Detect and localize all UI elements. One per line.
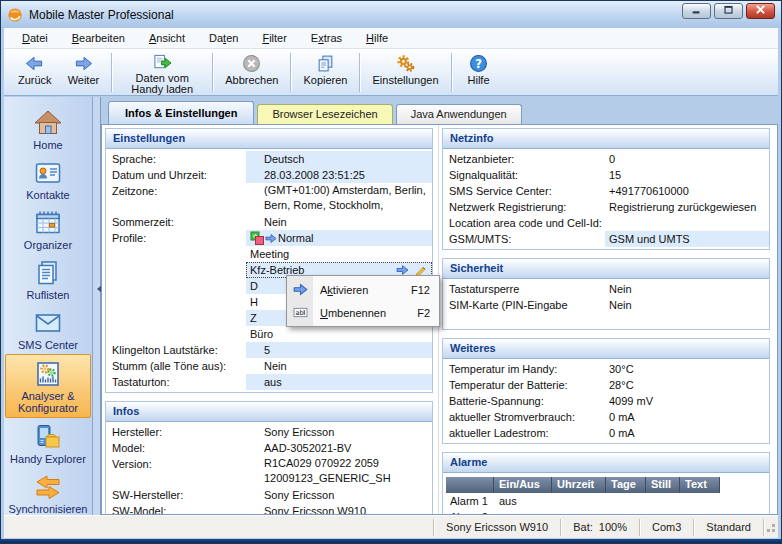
maximize-button[interactable] [714, 3, 743, 19]
alarm-ein-aus-value: aus [494, 511, 552, 514]
netzinfo-row: Netzanbieter:0 [443, 151, 769, 167]
field-value[interactable]: Normal [246, 230, 432, 246]
activate-arrow-icon [287, 283, 313, 296]
cancel-icon [242, 53, 261, 74]
field-value-text: Nein [609, 281, 632, 297]
toolbar-button-weiter[interactable]: Weiter [60, 51, 108, 94]
toolbar: ZurückWeiterDaten vom Handy ladenAbbrech… [4, 49, 778, 96]
toolbar-button-label: Weiter [68, 75, 100, 86]
panel-sicherheit: Sicherheit TastatursperreNeinSIM-Karte (… [442, 258, 770, 330]
toolbar-button-hilfe[interactable]: ?Hilfe [456, 51, 502, 94]
menu-item-bearbeiten[interactable]: Bearbeiten [60, 28, 137, 48]
sidebar-item-kontakte[interactable]: Kontakte [5, 154, 91, 204]
menu-item-label: earbeiten [79, 32, 125, 44]
field-value-text: 0 mA [609, 409, 635, 425]
sidebar-item-home[interactable]: Home [5, 104, 91, 154]
field-value: Sony Ericsson W910 [246, 503, 432, 514]
field-value[interactable]: Nein [246, 358, 432, 374]
tab-browser-lesezeichen[interactable]: Browser Lesezeichen [257, 104, 392, 124]
field-value-text: 28°C [609, 377, 634, 393]
menu-item-extras[interactable]: Extras [299, 28, 354, 48]
field-label [106, 278, 246, 294]
minimize-button[interactable] [682, 3, 711, 19]
help-icon: ? [469, 53, 488, 74]
field-value[interactable]: 5 [246, 342, 432, 358]
field-value-text: 4099 mV [609, 393, 653, 409]
field-label: Temperatur im Handy: [443, 361, 605, 377]
alarm-row: Alarm 2aus [446, 509, 766, 514]
alarm-col-text[interactable]: Text [680, 477, 720, 493]
alarm-name: Alarm 2 [446, 511, 494, 514]
menu-item-filter[interactable]: Filter [250, 28, 298, 48]
toolbar-button-einstellungen[interactable]: Einstellungen [364, 51, 446, 94]
field-value[interactable]: Büro [246, 326, 432, 342]
toolbar-button-abbrechen[interactable]: Abbrechen [217, 51, 286, 94]
field-value[interactable]: Deutsch [246, 151, 432, 167]
settings-row: Tastaturton:aus [106, 374, 432, 390]
toolbar-button-daten-vom-handy-laden[interactable]: Daten vom Handy laden [116, 51, 208, 94]
field-value: +491770610000 [605, 183, 769, 199]
sidebar-splitter[interactable] [93, 97, 101, 515]
sidebar-item-ruflisten[interactable]: Ruflisten [5, 254, 91, 304]
alarm-col-ein-aus[interactable]: Ein/Aus [494, 477, 552, 493]
toolbar-button-label: Zurück [18, 75, 52, 86]
field-value: Sony Ericsson [246, 487, 432, 503]
menu-item-datei[interactable]: Datei [10, 28, 60, 48]
sidebar-item-handy-explorer[interactable]: Handy Explorer [5, 418, 91, 468]
context-menu-item-umbenennen[interactable]: abUmbenennenF2 [287, 301, 439, 324]
toolbar-button-zurück[interactable]: Zurück [10, 51, 60, 94]
activate-arrow-icon [265, 233, 277, 244]
sidebar-item-sms-center[interactable]: SMS Center [5, 304, 91, 354]
field-value: 30°C [605, 361, 769, 377]
rename-icon: ab [287, 306, 313, 319]
sidebar-item-organizer[interactable]: Organizer [5, 204, 91, 254]
field-value[interactable]: Nein [246, 214, 432, 230]
infos-row: SW-Hersteller:Sony Ericsson [106, 487, 432, 503]
context-menu-item-aktivieren[interactable]: AktivierenF12 [287, 278, 439, 301]
sidebar-item-synchronisieren[interactable]: Synchronisieren [5, 468, 91, 515]
menu-item-daten[interactable]: Daten [197, 28, 250, 48]
settings-row: Sprache:Deutsch [106, 151, 432, 167]
tabstrip: Infos & EinstellungenBrowser Lesezeichen… [101, 97, 778, 124]
field-label [106, 294, 246, 310]
field-label: Sprache: [106, 151, 246, 167]
alarm-col-still[interactable]: Still [646, 477, 680, 493]
field-value-text: Sony Ericsson W910 [264, 503, 366, 514]
menubar: DateiBearbeitenAnsichtDatenFilterExtrasH… [4, 28, 778, 49]
tab-infos-einstellungen[interactable]: Infos & Einstellungen [108, 101, 254, 124]
status-device: Sony Ericsson W910 [434, 521, 560, 533]
close-button[interactable] [746, 3, 775, 19]
field-value[interactable]: Meeting [246, 246, 432, 262]
alarm-col-uhrzeit[interactable]: Uhrzeit [552, 477, 606, 493]
sidebar-item-label: Organizer [24, 239, 72, 251]
maximize-icon [721, 3, 736, 19]
menu-item-hilfe[interactable]: Hilfe [354, 28, 400, 48]
field-value: 0 [605, 151, 769, 167]
sidebar-item-label: Kontakte [26, 189, 69, 201]
field-value-text: 28.03.2008 23:51:25 [264, 167, 365, 183]
status-com-port: Com3 [640, 521, 693, 533]
alarm-col-tage[interactable]: Tage [606, 477, 646, 493]
titlebar[interactable]: Mobile Master Professional [1, 1, 781, 28]
field-label [106, 262, 246, 278]
field-value-text: Registrierung zurückgewiesen [609, 199, 756, 215]
field-value[interactable]: (GMT+01:00) Amsterdam, Berlin, Bern, Rom… [246, 183, 432, 214]
toolbar-button-kopieren[interactable]: Kopieren [295, 51, 355, 94]
weiteres-row: aktueller Stromverbrauch:0 mA [443, 409, 769, 425]
menu-item-ansicht[interactable]: Ansicht [137, 28, 197, 48]
alarm-header-filler [720, 477, 766, 493]
field-value-text: Normal [278, 230, 313, 246]
toolbar-button-label: Hilfe [468, 75, 490, 86]
field-label [106, 326, 246, 342]
infos-row: Version:R1CA029 070922 2059 12009123_GEN… [106, 456, 432, 487]
menu-item-label: en [226, 32, 238, 44]
sidebar-item-analyser-konfigurator[interactable]: Analyser & Konfigurator [5, 354, 91, 418]
field-value-text: Nein [609, 297, 632, 313]
field-value[interactable]: 28.03.2008 23:51:25 [246, 167, 432, 183]
resize-grip[interactable] [764, 519, 778, 535]
app-icon [7, 7, 23, 23]
copy-icon [316, 53, 335, 74]
menu-item-label: nsicht [156, 32, 185, 44]
field-value[interactable]: aus [246, 374, 432, 390]
tab-java-anwendungen[interactable]: Java Anwendungen [396, 104, 522, 124]
